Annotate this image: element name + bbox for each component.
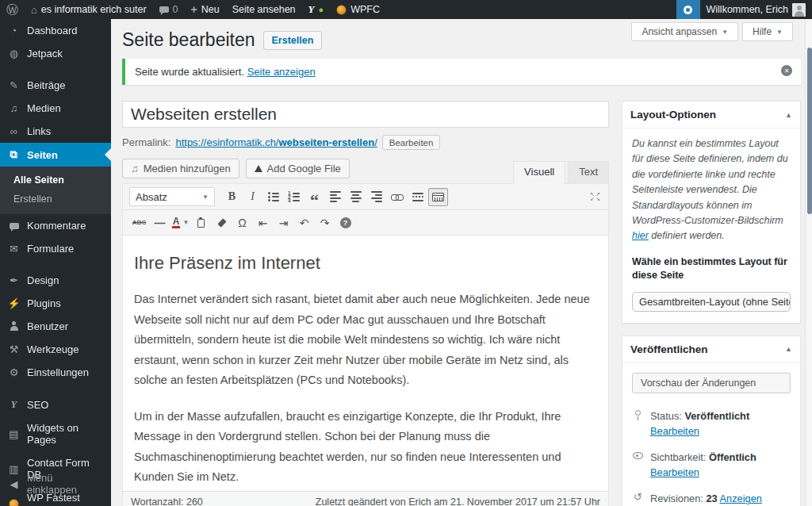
- horizontal-rule-button[interactable]: —: [150, 213, 170, 232]
- sidebar-item-settings[interactable]: ⚙Einstellungen: [0, 361, 111, 384]
- collapse-arrow-icon[interactable]: ▲: [785, 111, 792, 119]
- new-label: Neu: [201, 4, 220, 15]
- sidebar-item-jetpack[interactable]: ◍Jetpack: [0, 42, 111, 65]
- chevron-down-icon: ▼: [202, 194, 209, 201]
- edit-visibility-link[interactable]: Bearbeiten: [650, 466, 699, 478]
- cheetah-icon: [336, 5, 347, 15]
- tab-text[interactable]: Text: [568, 161, 609, 183]
- publish-body: Vorschau der Änderungen Status: Veröffen…: [622, 363, 800, 506]
- sidebar-item-forms[interactable]: ✉Formulare: [0, 237, 111, 260]
- view-page-link[interactable]: Seite anzeigen: [247, 66, 316, 78]
- sidebar-item-comments[interactable]: Kommentare: [0, 214, 111, 237]
- dismiss-notice-button[interactable]: ✕: [781, 65, 792, 76]
- submenu-item-all-pages[interactable]: Alle Seiten: [0, 171, 111, 190]
- paste-as-text-button[interactable]: [191, 213, 211, 232]
- sidebar-item-users[interactable]: Benutzer: [0, 315, 111, 338]
- edit-status-link[interactable]: Bearbeiten: [650, 425, 699, 437]
- sidebar-item-posts[interactable]: ✎Beiträge: [0, 74, 111, 97]
- layout-select[interactable]: Gesamtbreiten-Layout (ohne Seite ▲▼: [632, 292, 791, 312]
- help-button[interactable]: Hilfe▼: [742, 22, 793, 41]
- sidebar-item-seo[interactable]: YSEO: [0, 393, 111, 416]
- media-buttons-row: ♫ Medien hinzufügen Add Google File Visu…: [122, 159, 609, 183]
- site-name-menu[interactable]: ⌂ es informatik erich suter: [25, 0, 153, 19]
- edit-permalink-button[interactable]: Bearbeiten: [382, 135, 441, 150]
- bullet-list-button[interactable]: [263, 188, 283, 206]
- user-icon: [8, 321, 20, 332]
- indent-button[interactable]: ⇥: [274, 213, 293, 232]
- insert-link-button[interactable]: [387, 188, 407, 206]
- yoast-menu[interactable]: Y ●: [302, 0, 331, 19]
- editor-status-bar: Wortanzahl: 260 Zuletzt geändert von Eri…: [123, 491, 608, 506]
- insert-more-tag-button[interactable]: [408, 188, 427, 206]
- sidebar-label: Benutzer: [27, 320, 68, 332]
- align-center-button[interactable]: [346, 188, 366, 206]
- format-select[interactable]: Absatz▼: [129, 187, 215, 206]
- align-left-button[interactable]: [325, 188, 345, 206]
- numbered-list-button[interactable]: [284, 188, 304, 206]
- customizer-link[interactable]: hier: [632, 230, 649, 241]
- submenu-item-create[interactable]: Erstellen: [0, 190, 111, 209]
- brush-icon: ✒: [8, 274, 20, 286]
- tab-visual[interactable]: Visuell: [513, 161, 565, 184]
- sidebar-item-media[interactable]: ♫Medien: [0, 97, 111, 120]
- panel-title: Layout-Optionen: [630, 109, 716, 121]
- layout-options-header[interactable]: Layout-Optionen ▲: [622, 102, 800, 128]
- add-google-file-button[interactable]: Add Google File: [246, 159, 350, 178]
- permalink-row: Permalink: https://esinformatik.ch/webse…: [122, 128, 609, 153]
- permalink-label: Permalink:: [122, 136, 170, 148]
- sidebar-label: Kommentare: [27, 220, 86, 232]
- blockquote-button[interactable]: “: [304, 188, 324, 206]
- wordpress-logo-menu[interactable]: Ⓦ: [0, 0, 25, 19]
- text-color-button[interactable]: A▼: [170, 213, 190, 232]
- add-new-page-button[interactable]: Erstellen: [263, 31, 323, 50]
- admin-sidebar: ◔Dashboard ◍Jetpack ✎Beiträge ♫Medien ∞L…: [0, 19, 111, 506]
- undo-button[interactable]: ↶: [294, 213, 314, 232]
- view-page-menu[interactable]: Seite ansehen: [226, 0, 302, 19]
- screen-options-button[interactable]: Ansicht anpassen▼: [631, 22, 738, 41]
- page-title-input[interactable]: [122, 101, 609, 128]
- sidebar-item-design[interactable]: ✒Design: [0, 269, 111, 292]
- account-menu[interactable]: Willkommen, Erich: [700, 0, 812, 19]
- keyboard-shortcuts-button[interactable]: ?: [335, 213, 355, 232]
- wpfc-menu[interactable]: WPFC: [330, 0, 386, 19]
- clear-formatting-button[interactable]: [212, 213, 232, 232]
- chevron-down-icon: ▼: [722, 29, 728, 36]
- add-media-button[interactable]: ♫ Medien hinzufügen: [122, 159, 239, 178]
- toolbar-toggle-icon: [432, 193, 444, 201]
- sidebar-item-plugins[interactable]: ⚡Plugins: [0, 292, 111, 315]
- strikethrough-button[interactable]: ABC: [129, 213, 149, 232]
- comments-menu[interactable]: 0: [153, 0, 185, 19]
- sidebar-collapse-menu[interactable]: ◀Menü einklappen: [0, 466, 111, 501]
- editor-content[interactable]: Ihre Präsenz im Internet Das Internet ve…: [123, 236, 608, 491]
- preview-changes-button[interactable]: Vorschau der Änderungen: [632, 373, 791, 393]
- wpfc-label: WPFC: [350, 4, 380, 15]
- more-tag-icon: [412, 193, 423, 201]
- redo-button[interactable]: ↷: [315, 213, 335, 232]
- help-circle-icon: ?: [340, 217, 351, 228]
- sidebar-item-tools[interactable]: ⚒Werkzeuge: [0, 338, 111, 361]
- new-content-menu[interactable]: + Neu: [185, 0, 226, 19]
- permalink-link[interactable]: https://esinformatik.ch/webseiten-erstel…: [175, 136, 377, 148]
- toolbar-toggle-button[interactable]: [428, 188, 448, 206]
- sidebar-item-widgets-on-pages[interactable]: ▤Widgets on Pages: [0, 416, 111, 451]
- italic-button[interactable]: I: [243, 188, 262, 206]
- align-right-button[interactable]: [366, 188, 386, 206]
- special-character-button[interactable]: Ω: [232, 213, 252, 232]
- sidebar-item-dashboard[interactable]: ◔Dashboard: [0, 19, 111, 42]
- sidebar-label: Jetpack: [27, 48, 63, 59]
- browse-revisions-link[interactable]: Anzeigen: [720, 493, 762, 504]
- media-icon: ♫: [131, 163, 139, 174]
- sidebar-item-pages[interactable]: ⧉Seiten: [0, 143, 111, 167]
- bold-button[interactable]: B: [222, 188, 242, 206]
- widget-card-icon: ▤: [8, 428, 20, 440]
- admin-bar-right: Willkommen, Erich: [676, 0, 812, 19]
- scrollbar-thumb[interactable]: [807, 48, 812, 214]
- page-scrollbar[interactable]: [805, 19, 812, 506]
- fullscreen-button[interactable]: ↖↗↙↘: [582, 188, 602, 206]
- outdent-button[interactable]: ⇤: [253, 213, 273, 232]
- publish-header[interactable]: Veröffentlichen ▲: [622, 336, 800, 363]
- sidebar-label: Formulare: [27, 243, 74, 255]
- sidebar-item-links[interactable]: ∞Links: [0, 120, 111, 143]
- collapse-arrow-icon[interactable]: ▲: [785, 345, 792, 353]
- help-buoy-button[interactable]: [676, 0, 700, 19]
